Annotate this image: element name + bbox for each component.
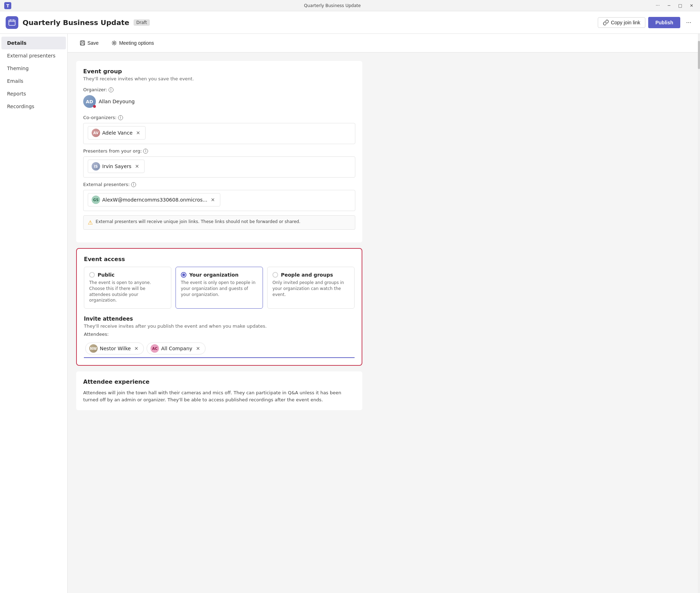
main-layout: Details External presenters Theming Emai… (0, 34, 700, 593)
radio-org[interactable] (181, 272, 186, 278)
save-button[interactable]: Save (76, 38, 102, 48)
co-organizers-label: Co-organizers: i (83, 115, 355, 120)
presenters-input[interactable]: IS Irvin Sayers ✕ (83, 156, 355, 178)
scrollbar-thumb[interactable] (698, 41, 700, 69)
more-dots-icon: ··· (686, 19, 691, 26)
warning-icon: ⚠ (88, 219, 93, 226)
presenter-avatar: IS (92, 162, 100, 171)
external-presenter-email: AlexW@moderncomms330608.onmicros... (102, 197, 207, 203)
access-option-groups[interactable]: People and groups Only invited people an… (267, 267, 355, 309)
access-option-public[interactable]: Public The event is open to anyone. Choo… (84, 267, 171, 309)
access-option-org[interactable]: Your organization The event is only open… (176, 267, 263, 309)
app-icon (6, 16, 18, 29)
meeting-options-button[interactable]: Meeting options (108, 38, 158, 48)
event-access-title: Event access (84, 256, 355, 262)
external-presenters-label: External presenters: i (83, 182, 355, 187)
sidebar-item-external-presenters[interactable]: External presenters (1, 49, 66, 62)
remove-external-presenter-button[interactable]: ✕ (209, 196, 216, 203)
event-group-title: Event group (83, 68, 355, 75)
external-presenter-warning: ⚠ External presenters will receive uniqu… (83, 215, 355, 230)
attendees-label: Attendees: (84, 332, 355, 337)
status-dot (93, 105, 96, 108)
remove-presenter-button[interactable]: ✕ (134, 163, 141, 170)
attendee-chip-all-company: AC All Company ✕ (147, 342, 205, 354)
attendee-experience-desc: Attendees will join the town hall with t… (83, 389, 355, 403)
co-organizer-avatar: AV (92, 129, 100, 137)
access-option-org-label: Your organization (189, 272, 239, 278)
teams-logo-icon: T (4, 2, 11, 9)
remove-co-organizer-button[interactable]: ✕ (135, 129, 142, 136)
external-presenters-info-icon[interactable]: i (131, 182, 136, 187)
sidebar-item-emails[interactable]: Emails (1, 75, 66, 87)
access-option-public-label: Public (98, 272, 115, 278)
external-presenter-chip: GS AlexW@moderncomms330608.onmicros... ✕ (88, 193, 220, 206)
invite-attendees-desc: They'll receive invites after you publis… (84, 323, 355, 329)
scrollbar-track[interactable] (698, 34, 700, 593)
access-option-public-desc: The event is open to anyone. Choose this… (89, 280, 166, 303)
attendee-chip-nestor: NW Nestor Wilke ✕ (85, 342, 144, 354)
co-organizers-info-icon[interactable]: i (118, 115, 123, 120)
presenter-chip: IS Irvin Sayers ✕ (88, 160, 145, 173)
event-access-section: Event access Public The event is open to… (76, 248, 362, 366)
sidebar-item-recordings[interactable]: Recordings (1, 100, 66, 113)
minimize-icon[interactable]: ─ (665, 1, 673, 10)
content-area: Save Meeting options Event group They'll… (68, 34, 698, 593)
invite-attendees-title: Invite attendees (84, 316, 355, 322)
organizer-label: Organizer: i (83, 87, 355, 92)
organizer-info-icon[interactable]: i (109, 87, 113, 92)
svg-rect-7 (81, 41, 84, 42)
close-icon[interactable]: ✕ (687, 1, 696, 10)
sidebar: Details External presenters Theming Emai… (0, 34, 68, 593)
attendee-experience-title: Attendee experience (83, 378, 355, 385)
svg-point-9 (113, 42, 115, 44)
access-options: Public The event is open to anyone. Choo… (84, 267, 355, 309)
remove-attendee-all-company-button[interactable]: ✕ (195, 345, 202, 352)
event-title: Quarterly Business Update (23, 18, 129, 27)
access-option-groups-label: People and groups (281, 272, 333, 278)
publish-button[interactable]: Publish (648, 17, 680, 28)
toolbar: Save Meeting options (68, 34, 698, 52)
sidebar-item-theming[interactable]: Theming (1, 62, 66, 75)
external-presenters-input[interactable]: GS AlexW@moderncomms330608.onmicros... ✕ (83, 190, 355, 211)
remove-attendee-nestor-button[interactable]: ✕ (133, 345, 140, 352)
save-icon (80, 40, 85, 46)
copy-join-link-button[interactable]: Copy join link (598, 17, 645, 28)
access-option-org-desc: The event is only open to people in your… (181, 280, 258, 297)
attendee-experience-section: Attendee experience Attendees will join … (76, 371, 362, 410)
radio-public[interactable] (89, 272, 95, 278)
sidebar-item-details[interactable]: Details (1, 37, 66, 49)
svg-rect-2 (9, 20, 15, 25)
settings-icon (111, 40, 117, 46)
organizer-row: AD Allan Deyoung (83, 95, 355, 108)
app-header: Quarterly Business Update Draft Copy joi… (0, 11, 700, 34)
window-title: Quarterly Business Update (11, 3, 653, 8)
attendee-avatar-all-company: AC (151, 344, 159, 353)
more-options-button[interactable]: ··· (683, 17, 694, 28)
draft-badge: Draft (134, 19, 150, 26)
presenter-name: Irvin Sayers (102, 163, 131, 169)
attendee-avatar-nestor: NW (89, 344, 98, 353)
attendee-name-all-company: All Company (161, 346, 192, 351)
presenters-info-icon[interactable]: i (143, 149, 148, 154)
access-option-groups-desc: Only invited people and groups in your o… (272, 280, 349, 297)
titlebar: T Quarterly Business Update ··· ─ □ ✕ (0, 0, 700, 11)
maximize-icon[interactable]: □ (676, 1, 684, 10)
ellipsis-icon[interactable]: ··· (653, 1, 662, 10)
co-organizer-chip: AV Adele Vance ✕ (88, 126, 146, 140)
event-group-section: Event group They'll receive invites when… (76, 61, 362, 242)
sidebar-item-reports[interactable]: Reports (1, 87, 66, 100)
warning-text: External presenters will receive unique … (96, 219, 300, 224)
external-presenter-avatar: GS (92, 196, 100, 204)
event-group-desc: They'll receive invites when you save th… (83, 76, 355, 81)
co-organizer-name: Adele Vance (102, 130, 133, 136)
attendee-name-nestor: Nestor Wilke (100, 346, 131, 351)
presenters-label: Presenters from your org: i (83, 148, 355, 154)
link-icon (603, 20, 609, 25)
svg-text:T: T (6, 4, 10, 8)
co-organizers-input[interactable]: AV Adele Vance ✕ (83, 123, 355, 144)
radio-groups[interactable] (272, 272, 278, 278)
form-content: Event group They'll receive invites when… (68, 52, 371, 424)
attendees-input[interactable]: NW Nestor Wilke ✕ AC All Company ✕ (84, 340, 355, 358)
organizer-name: Allan Deyoung (99, 99, 135, 104)
